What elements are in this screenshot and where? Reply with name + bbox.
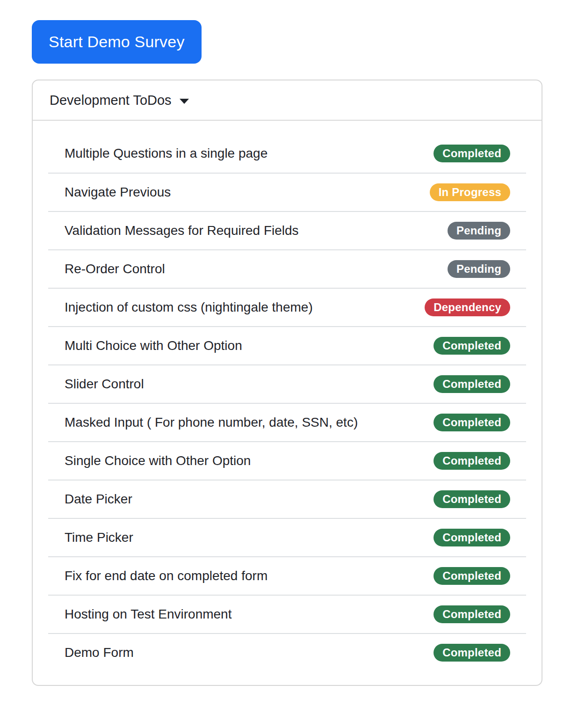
card-title: Development ToDos bbox=[50, 93, 172, 108]
development-todos-card: Development ToDos Multiple Questions in … bbox=[32, 80, 542, 686]
list-item: Slider Control Completed bbox=[48, 364, 526, 403]
list-item: Multiple Questions in a single page Comp… bbox=[48, 134, 526, 173]
page: Start Demo Survey Development ToDos Mult… bbox=[0, 0, 578, 728]
list-item: Injection of custom css (nightingale the… bbox=[48, 288, 526, 326]
status-badge: Completed bbox=[434, 490, 510, 508]
list-item: Multi Choice with Other Option Completed bbox=[48, 326, 526, 364]
start-demo-survey-button[interactable]: Start Demo Survey bbox=[32, 20, 202, 64]
list-item: Hosting on Test Environment Completed bbox=[48, 595, 526, 633]
todo-label: Re-Order Control bbox=[65, 262, 165, 277]
todo-label: Fix for end date on completed form bbox=[65, 568, 267, 583]
todo-label: Validation Messages for Required Fields bbox=[65, 223, 299, 238]
status-badge: Completed bbox=[434, 605, 510, 623]
list-item: Fix for end date on completed form Compl… bbox=[48, 556, 526, 595]
status-badge: Pending bbox=[448, 260, 510, 278]
list-item: Demo Form Completed bbox=[48, 633, 526, 671]
status-badge: Completed bbox=[434, 375, 510, 393]
list-item: Validation Messages for Required Fields … bbox=[48, 211, 526, 249]
list-item: Single Choice with Other Option Complete… bbox=[48, 441, 526, 480]
todo-label: Injection of custom css (nightingale the… bbox=[65, 300, 313, 315]
list-item: Date Picker Completed bbox=[48, 480, 526, 518]
status-badge: Completed bbox=[434, 337, 510, 355]
status-badge: Completed bbox=[434, 529, 510, 546]
status-badge: Completed bbox=[434, 414, 510, 431]
list-item: Navigate Previous In Progress bbox=[48, 173, 526, 211]
todo-label: Multi Choice with Other Option bbox=[65, 338, 242, 353]
status-badge: In Progress bbox=[430, 183, 510, 201]
todo-list: Multiple Questions in a single page Comp… bbox=[48, 134, 526, 671]
status-badge: Dependency bbox=[425, 298, 510, 316]
list-item: Re-Order Control Pending bbox=[48, 249, 526, 288]
todo-label: Date Picker bbox=[65, 492, 132, 507]
todo-label: Navigate Previous bbox=[65, 185, 171, 200]
todo-label: Slider Control bbox=[65, 377, 144, 392]
status-badge: Completed bbox=[434, 145, 510, 162]
status-badge: Completed bbox=[434, 644, 510, 662]
card-header-dropdown-toggle[interactable]: Development ToDos bbox=[33, 80, 542, 121]
status-badge: Pending bbox=[448, 222, 510, 240]
todo-label: Masked Input ( For phone number, date, S… bbox=[65, 415, 358, 430]
status-badge: Completed bbox=[434, 567, 510, 585]
caret-down-icon bbox=[180, 99, 189, 104]
todo-label: Time Picker bbox=[65, 530, 133, 545]
todo-label: Hosting on Test Environment bbox=[65, 607, 231, 622]
list-item: Time Picker Completed bbox=[48, 518, 526, 556]
todo-label: Multiple Questions in a single page bbox=[65, 146, 267, 161]
todo-label: Single Choice with Other Option bbox=[65, 453, 251, 468]
todo-label: Demo Form bbox=[65, 645, 134, 660]
status-badge: Completed bbox=[434, 452, 510, 470]
list-item: Masked Input ( For phone number, date, S… bbox=[48, 403, 526, 441]
